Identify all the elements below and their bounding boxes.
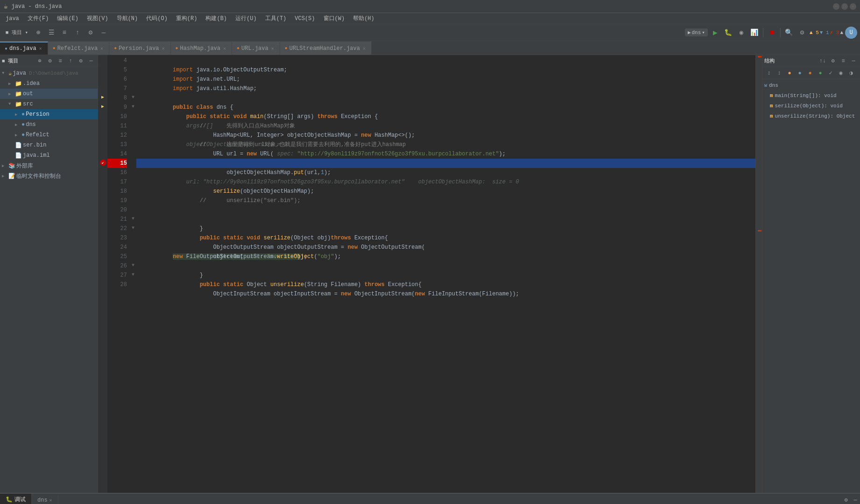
fold-22[interactable]: ▼ <box>130 223 136 232</box>
profile-btn[interactable]: 📊 <box>749 27 760 38</box>
struct-icon-3[interactable]: ● <box>785 69 794 78</box>
maximize-button[interactable]: □ <box>841 3 848 10</box>
tab-close-url[interactable]: ✕ <box>270 46 275 51</box>
struct-collapse-btn[interactable]: ≡ <box>839 56 848 66</box>
code-editor-area: ▶ ▶ ↙ <box>98 55 762 493</box>
tree-item-extlibs[interactable]: ▶ 📚 外部库 <box>0 161 98 171</box>
close-button[interactable]: ✕ <box>850 3 856 10</box>
menu-run[interactable]: 运行(U) <box>232 14 261 23</box>
tab-persion[interactable]: ● Persion.java ✕ <box>109 42 170 55</box>
tree-item-dns[interactable]: ▶ ● dns <box>0 119 98 130</box>
project-dropdown[interactable]: ■ 项目 ▾ <box>3 27 31 38</box>
user-avatar[interactable]: U <box>845 27 857 39</box>
menu-view[interactable]: 视图(V) <box>83 14 112 23</box>
struct-item-main[interactable]: m main(String[]): void <box>762 91 860 101</box>
stop-btn[interactable]: ⏹ <box>766 27 777 38</box>
bottom-tab-dns[interactable]: dns ✕ <box>32 494 58 504</box>
bottom-settings-btn[interactable]: ⚙ <box>841 496 851 504</box>
fold-27[interactable]: ▼ <box>130 270 136 279</box>
struct-icon-5[interactable]: ● <box>805 69 815 78</box>
breakpoint-15[interactable]: ↙ <box>100 160 106 166</box>
struct-icon-6[interactable]: ● <box>816 69 825 78</box>
tab-url[interactable]: ● URL.java ✕ <box>232 42 280 55</box>
menu-file[interactable]: 文件(F) <box>24 14 53 23</box>
tree-item-java[interactable]: ▼ ☕ java D:\Download\java <box>0 68 98 78</box>
menu-code[interactable]: 代码(O) <box>142 14 171 23</box>
toolbar-settings[interactable]: ⚙ <box>85 27 96 38</box>
run-config-selector[interactable]: ▶dns▾ <box>685 28 708 36</box>
tab-close-urlhandler[interactable]: ✕ <box>362 46 367 51</box>
struct-icon-4[interactable]: ● <box>795 69 804 78</box>
menu-build[interactable]: 构建(B) <box>202 14 231 23</box>
code-scrollbar[interactable] <box>755 55 762 493</box>
tree-item-persion[interactable]: ▶ ● Persion <box>0 109 98 119</box>
gear-btn[interactable]: ⚙ <box>797 27 808 38</box>
fold-8[interactable]: ▼ <box>130 92 136 102</box>
bottom-tab-debug[interactable]: 🐛 调试 <box>0 494 32 504</box>
menu-edit[interactable]: 编辑(E) <box>53 14 82 23</box>
tree-item-refelct[interactable]: ▶ ● Refelct <box>0 130 98 140</box>
code-content[interactable]: import java.io.ObjectOutputStream; impor… <box>136 55 755 493</box>
notifications[interactable]: ▲ 5 ▼ 1 ✗ 3 ▲ <box>810 29 843 35</box>
menu-vcs[interactable]: VCS(S) <box>291 14 318 23</box>
menu-refactor[interactable]: 重构(R) <box>172 14 201 23</box>
dns-tab-close[interactable]: ✕ <box>49 497 52 503</box>
tab-urlstreamhandler[interactable]: ● URLStreamHandler.java ✕ <box>280 42 372 55</box>
menu-nav[interactable]: 导航(N) <box>113 14 142 23</box>
struct-filter-btn[interactable]: ⚙ <box>828 56 838 66</box>
menu-help[interactable]: 帮助(H) <box>349 14 378 23</box>
toolbar-btn-1[interactable]: ⊕ <box>33 27 44 38</box>
tab-close-dns[interactable]: ✕ <box>38 46 43 51</box>
tab-close-refelct[interactable]: ✕ <box>99 46 104 51</box>
panel-hide-btn[interactable]: ↑ <box>66 56 75 66</box>
code-editor[interactable]: ▶ ▶ ↙ <box>98 55 762 493</box>
coverage-btn[interactable]: ◉ <box>736 27 747 38</box>
panel-collapse-btn[interactable]: ≡ <box>56 56 65 66</box>
code-line-14: // 将准备好的值put进去 <box>136 149 755 159</box>
menu-window[interactable]: 窗口(W) <box>320 14 349 23</box>
tree-item-src[interactable]: ▼ 📁 src <box>0 99 98 109</box>
toolbar-btn-2[interactable]: ☰ <box>46 27 57 38</box>
panel-gear-btn[interactable]: ⚙ <box>45 56 55 66</box>
struct-item-unserilize[interactable]: m unserilize(String): Object <box>762 111 860 121</box>
tree-item-idea[interactable]: ▶ 📁 .idea <box>0 78 98 89</box>
bottom-hide-btn[interactable]: — <box>851 496 860 504</box>
toolbar-btn-5[interactable]: — <box>98 27 109 38</box>
tab-dns[interactable]: ● dns.java ✕ <box>0 42 48 55</box>
code-line-20 <box>136 205 755 215</box>
tab-close-hashmap[interactable]: ✕ <box>222 46 227 51</box>
toolbar-btn-4[interactable]: ↑ <box>72 27 83 38</box>
tab-refelct[interactable]: ● Refelct.java ✕ <box>48 42 109 55</box>
debug-btn[interactable]: 🐛 <box>723 27 734 38</box>
fold-9[interactable]: ▼ <box>130 102 136 111</box>
struct-icon-1[interactable]: ↕ <box>764 69 774 78</box>
struct-item-serilize[interactable]: m serilize(Object): void <box>762 101 860 111</box>
struct-icon-8[interactable]: ◉ <box>836 69 846 78</box>
fold-21[interactable]: ▼ <box>130 214 136 223</box>
panel-close-btn[interactable]: — <box>86 56 96 66</box>
struct-icon-9[interactable]: ◑ <box>846 69 856 78</box>
tree-item-out[interactable]: ▶ 📁 out <box>0 89 98 99</box>
panel-sync-btn[interactable]: ⊕ <box>35 56 44 66</box>
label-scratch: 临时文件和控制台 <box>16 172 61 180</box>
tab-hashmap[interactable]: ● HashMap.java ✕ <box>171 42 232 55</box>
tree-item-serbin[interactable]: 📄 ser.bin <box>0 140 98 150</box>
main-toolbar: ■ 项目 ▾ ⊕ ☰ ≡ ↑ ⚙ — ▶dns▾ ▶ 🐛 ◉ 📊 ⏹ 🔍 ⚙ ▲… <box>0 24 860 41</box>
struct-item-dns[interactable]: w dns <box>762 80 860 91</box>
code-line-27: public static Object unserilize(String F… <box>136 271 755 280</box>
menu-java[interactable]: java <box>2 14 23 23</box>
menu-tools[interactable]: 工具(T) <box>261 14 290 23</box>
panel-settings-btn[interactable]: ⚙ <box>76 56 85 66</box>
tree-item-scratch[interactable]: ▶ 📝 临时文件和控制台 <box>0 171 98 181</box>
tab-close-persion[interactable]: ✕ <box>161 46 166 51</box>
struct-hide-btn[interactable]: — <box>849 56 858 66</box>
struct-icon-7[interactable]: ✓ <box>826 69 835 78</box>
struct-icon-2[interactable]: ↕ <box>775 69 784 78</box>
struct-sort-btn[interactable]: ↑↓ <box>818 56 827 66</box>
run-btn[interactable]: ▶ <box>710 27 721 38</box>
toolbar-btn-3[interactable]: ≡ <box>59 27 70 38</box>
fold-26[interactable]: ▼ <box>130 260 136 270</box>
minimize-button[interactable]: — <box>833 3 839 10</box>
tree-item-javaiml[interactable]: 📄 java.iml <box>0 150 98 161</box>
search-everywhere-btn[interactable]: 🔍 <box>783 27 795 38</box>
